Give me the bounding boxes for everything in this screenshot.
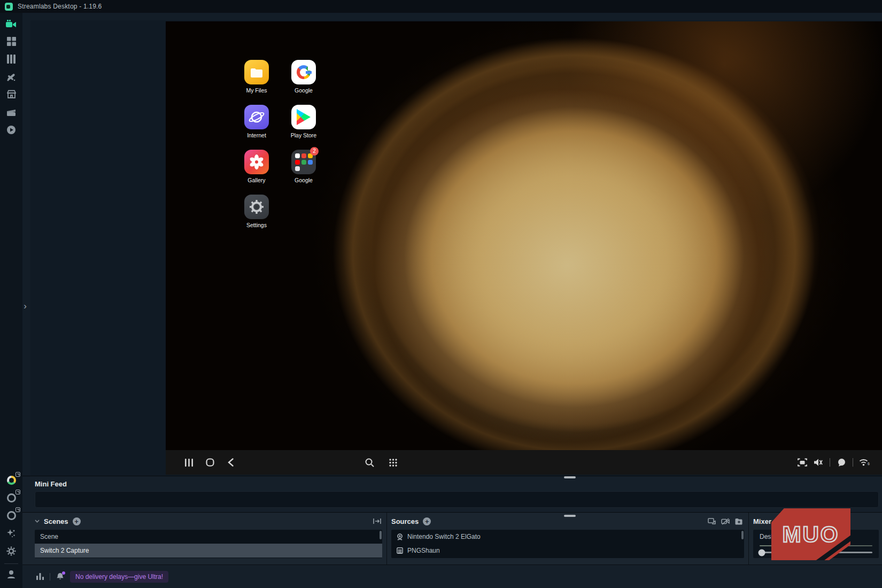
svg-text:6: 6	[868, 462, 870, 466]
home-icon	[202, 454, 218, 470]
source-row[interactable]: Nintendo Switch 2 ElGato	[391, 530, 744, 544]
projector-icon[interactable]	[708, 518, 716, 525]
performance-metrics-icon[interactable]	[36, 573, 44, 580]
preview-resize-handle[interactable]	[564, 476, 576, 478]
video-preview[interactable]: My Files Google Internet	[166, 21, 882, 475]
device-settings-icon	[244, 195, 269, 219]
play-store-icon	[291, 105, 316, 129]
editor-main: My Files Google Internet	[22, 13, 882, 588]
notification-message[interactable]: No delivery delays—give Ultra!	[70, 571, 168, 583]
taskbar-separator	[830, 458, 830, 467]
device-app-settings: Settings	[238, 195, 275, 228]
source-row[interactable]: PNGShaun	[391, 544, 744, 558]
device-app-google-folder: 2 Google	[285, 150, 322, 183]
video-editor-icon[interactable]	[4, 509, 18, 522]
recents-icon	[181, 454, 197, 470]
source-list: Nintendo Switch 2 ElGato PNGShaun	[391, 530, 744, 558]
device-app-gallery: Gallery	[238, 150, 275, 183]
themes-icon[interactable]	[4, 71, 18, 83]
wifi-icon: 6	[856, 454, 872, 470]
mini-feed-title: Mini Feed	[35, 480, 67, 488]
status-bar: No delivery delays—give Ultra!	[22, 564, 882, 588]
internet-icon	[244, 105, 269, 129]
volume-mute-icon	[810, 454, 826, 470]
add-source-button[interactable]: +	[423, 517, 431, 525]
external-link-badge-icon	[16, 472, 20, 477]
add-folder-icon[interactable]	[735, 518, 743, 525]
app-store-icon[interactable]	[4, 123, 18, 136]
device-app-play-store: Play Store	[285, 105, 322, 138]
webcam-icon	[397, 533, 403, 540]
scene-row-selected[interactable]: Switch 2 Capture	[35, 544, 382, 558]
back-icon	[222, 454, 238, 470]
image-source-icon	[397, 547, 403, 554]
volume-meter	[760, 545, 872, 546]
store-icon[interactable]	[4, 88, 18, 100]
mixer-panel: Mixer Desktop Audio	[748, 513, 882, 564]
mixer-channel: Desktop Audio	[753, 530, 879, 558]
external-link-badge-icon	[16, 490, 20, 494]
cross-clip-icon[interactable]	[4, 474, 18, 486]
search-icon	[361, 454, 377, 470]
scenes-expand-icon[interactable]	[373, 518, 381, 524]
scene-row[interactable]: Scene	[35, 530, 382, 544]
source-list-scrollbar[interactable]	[741, 531, 744, 539]
window-title: Streamlabs Desktop - 1.19.6	[18, 3, 102, 10]
device-app-my-files: My Files	[238, 60, 275, 94]
add-scene-button[interactable]: +	[73, 517, 81, 525]
mixer-title: Mixer	[753, 517, 771, 525]
mini-feed-content	[35, 491, 879, 508]
taskbar-separator	[853, 458, 853, 467]
minifeed-resize-handle[interactable]	[564, 515, 576, 517]
external-link-badge-icon	[16, 507, 20, 512]
scenes-title: Scenes	[44, 517, 68, 525]
scene-list-scrollbar[interactable]	[380, 531, 382, 539]
notifications-bell-icon[interactable]	[56, 572, 64, 581]
volume-slider-knob[interactable]	[759, 549, 765, 556]
chat-icon	[833, 454, 849, 470]
title-bar: Streamlabs Desktop - 1.19.6	[0, 0, 882, 13]
mixer-channel-label: Desktop Audio	[760, 533, 872, 540]
mini-feed-section: Mini Feed	[22, 476, 882, 512]
screen-capture-icon	[794, 454, 810, 470]
my-files-icon	[244, 60, 269, 84]
account-icon[interactable]	[4, 568, 18, 581]
sidebar-expand-chevron-icon[interactable]: ›	[19, 299, 31, 313]
bottom-panels: Scenes + Scene Switch 2 Ca	[22, 512, 882, 564]
scenes-panel: Scenes + Scene Switch 2 Ca	[30, 513, 386, 564]
settings-gear-icon[interactable]	[4, 545, 18, 557]
highlighter-icon[interactable]	[4, 106, 18, 118]
google-icon	[291, 60, 316, 84]
sources-title: Sources	[391, 517, 419, 525]
statusbar-separator	[50, 573, 50, 581]
device-taskbar: 6	[166, 450, 882, 475]
scene-list: Scene Switch 2 Capture	[35, 530, 382, 558]
apps-grid-icon	[385, 454, 401, 470]
scenes-collapse-chevron-icon[interactable]	[35, 520, 40, 523]
camera-off-icon[interactable]	[721, 518, 730, 525]
sidebar-divider	[4, 563, 18, 564]
device-app-google: Google	[285, 60, 322, 94]
streamlabs-logo-icon	[5, 3, 13, 11]
notification-dot	[62, 571, 65, 575]
device-app-internet: Internet	[238, 105, 275, 138]
notification-badge: 2	[310, 147, 319, 156]
streamlabs-window: Streamlabs Desktop - 1.19.6	[0, 0, 882, 588]
editor-icon[interactable]	[4, 18, 18, 30]
preview-area: My Files Google Internet	[22, 13, 882, 476]
gallery-icon	[244, 150, 269, 174]
dashboard-icon[interactable]	[4, 35, 18, 48]
sources-panel: Sources +	[386, 513, 748, 564]
google-folder-icon: 2	[291, 150, 316, 174]
talk-studio-icon[interactable]	[4, 492, 18, 504]
ai-tools-icon[interactable]	[4, 527, 18, 539]
layout-editor-icon[interactable]	[4, 53, 18, 65]
volume-slider[interactable]	[760, 552, 872, 553]
